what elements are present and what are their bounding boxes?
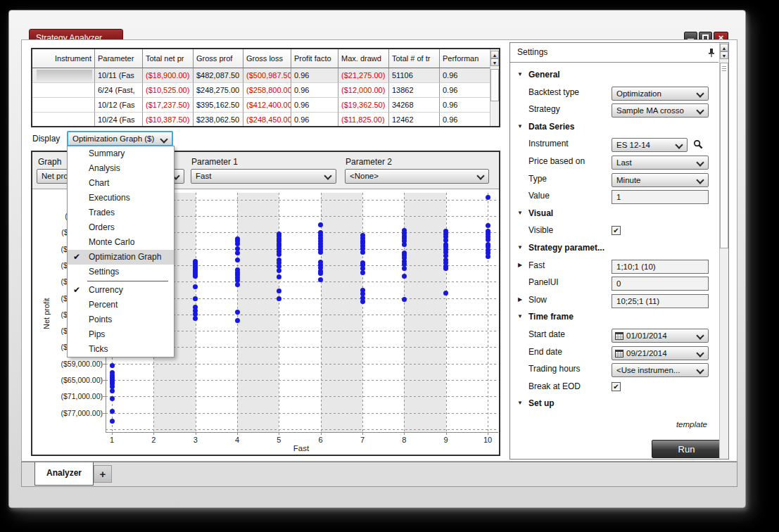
menu-item-optimization-graph[interactable]: ✔Optimization Graph (68, 250, 174, 265)
trading-hours-dropdown[interactable]: <Use instrumen... (612, 363, 709, 377)
column-header[interactable]: Total net pr (143, 49, 194, 68)
table-row[interactable]: 6/24 (Fast,($10,525.00)$248,275.00($258,… (32, 83, 492, 98)
start-date-dropdown[interactable]: 01/01/2014 (612, 329, 709, 343)
y-tick-label: ($71,000.00) (34, 391, 103, 401)
scroll-down-icon[interactable]: ▼ (490, 58, 499, 66)
chart-point (277, 274, 281, 279)
fast-input[interactable]: 1;10;1 (10) (612, 260, 709, 274)
graph-label: Graph (38, 157, 61, 167)
parameter1-dropdown[interactable]: Fast (191, 169, 336, 184)
column-header[interactable]: Instrument (32, 49, 95, 68)
display-label: Display (32, 134, 60, 144)
settings-row-strategy-paramet[interactable]: ▼Strategy paramet... (510, 241, 718, 258)
x-tick-label: 6 (310, 436, 331, 444)
menu-item-ticks[interactable]: Ticks (68, 342, 174, 357)
menu-item-settings[interactable]: Settings (68, 265, 174, 279)
menu-item-executions[interactable]: Executions (68, 191, 174, 205)
menu-item-analysis[interactable]: Analysis (68, 161, 174, 176)
break-at-eod-checkbox[interactable]: ✔ (612, 382, 621, 391)
table-cell: $395,162.50 (194, 98, 243, 113)
menu-item-pips[interactable]: Pips (68, 327, 174, 342)
settings-scrollbar[interactable]: ▲ ▼ (719, 43, 728, 459)
end-date-dropdown[interactable]: 09/21/2014 (612, 346, 709, 360)
search-icon[interactable] (693, 139, 703, 152)
column-header[interactable]: Total # of tr (389, 49, 440, 68)
settings-row-visual[interactable]: ▼Visual (510, 207, 718, 224)
table-row[interactable]: 10/24 (Fas($10,387.50)$238,062.50($248,4… (32, 113, 492, 127)
menu-item-monte-carlo[interactable]: Monte Carlo (68, 235, 174, 250)
column-header[interactable]: Parameter (95, 49, 143, 68)
settings-label: Fast (528, 260, 545, 270)
chart-point (402, 274, 407, 279)
column-header[interactable]: Max. drawd (338, 49, 389, 68)
menu-item-percent[interactable]: Percent (68, 298, 174, 312)
settings-row-visible: Visible✔ (510, 224, 718, 241)
y-tick-mark (103, 364, 106, 365)
collapse-triangle-icon[interactable]: ▼ (517, 210, 523, 216)
table-scroll-thumb[interactable] (490, 69, 499, 101)
menu-item-trades[interactable]: Trades (68, 205, 174, 220)
run-button[interactable]: Run (652, 440, 721, 458)
backtest-type-dropdown[interactable]: Optimization (612, 87, 709, 101)
column-header[interactable]: Gross loss (243, 49, 291, 68)
chart-point (318, 277, 323, 282)
settings-scroll-thumb[interactable] (720, 63, 728, 248)
collapse-triangle-icon[interactable]: ▼ (517, 400, 523, 406)
table-cell: $238,062.50 (194, 113, 243, 127)
settings-label: PanelUI (528, 277, 559, 287)
column-header[interactable]: Gross prof (194, 49, 243, 68)
scroll-up-icon[interactable]: ▲ (490, 51, 499, 58)
table-cell: ($21,275.00) (338, 68, 389, 83)
menu-item-orders[interactable]: Orders (68, 220, 174, 235)
menu-item-currency[interactable]: ✔Currency (68, 283, 174, 298)
x-tick-label: 1 (101, 436, 122, 444)
visible-checkbox[interactable]: ✔ (612, 226, 621, 235)
strategy-dropdown[interactable]: Sample MA crosso (612, 103, 709, 118)
x-tick-label: 7 (352, 436, 373, 444)
chart-point (277, 296, 281, 301)
table-cell: 12462 (389, 113, 440, 127)
menu-item-chart[interactable]: Chart (68, 176, 174, 191)
pin-icon[interactable] (708, 48, 715, 61)
scroll-down-icon[interactable]: ▼ (720, 51, 728, 59)
table-cell: ($412,400.00) (243, 98, 291, 113)
table-cell: 0.96 (291, 113, 338, 127)
chevron-down-icon (324, 172, 331, 179)
settings-row-break-at-eod: Break at EOD✔ (510, 380, 718, 397)
settings-row-data-series[interactable]: ▼Data Series (510, 120, 718, 137)
chart-point (193, 274, 198, 279)
table-cell: ($500,987.50) (243, 68, 291, 83)
display-dropdown[interactable]: Optimization Graph ($) (67, 131, 173, 146)
collapse-triangle-icon[interactable]: ▼ (517, 71, 523, 77)
menu-item-label: Orders (89, 220, 171, 235)
panelui-input[interactable]: 0 (612, 277, 709, 291)
chevron-down-icon (696, 89, 704, 97)
settings-row-time-frame[interactable]: ▼Time frame (510, 310, 718, 327)
slow-input[interactable]: 10;25;1 (11) (612, 294, 709, 308)
table-row[interactable]: 10/11 (Fas($18,900.00)$482,087.50($500,9… (32, 68, 492, 83)
value-input[interactable]: 1 (612, 190, 709, 204)
collapse-triangle-icon[interactable]: ▼ (517, 313, 523, 319)
tab-analyzer[interactable]: Analyzer (34, 462, 94, 486)
instrument-dropdown[interactable]: ES 12-14 (612, 138, 688, 152)
menu-item-summary[interactable]: Summary (68, 146, 174, 161)
parameter2-dropdown[interactable]: <None> (345, 169, 489, 184)
settings-label: Visible (528, 225, 553, 235)
template-link[interactable]: template (676, 420, 707, 429)
scroll-up-icon[interactable]: ▲ (720, 44, 728, 51)
price-based-on-dropdown[interactable]: Last (612, 156, 709, 170)
settings-row-set-up[interactable]: ▼Set up (510, 397, 718, 414)
column-header[interactable]: Performan (440, 49, 492, 68)
settings-row-general[interactable]: ▼General (510, 68, 718, 85)
chart-point (235, 258, 240, 262)
table-scrollbar[interactable]: ▲ ▼ (490, 49, 499, 126)
collapse-triangle-icon[interactable]: ▼ (517, 123, 523, 129)
type-dropdown[interactable]: Minute (612, 173, 709, 187)
expand-triangle-icon[interactable]: ▶ (518, 262, 522, 268)
column-header[interactable]: Profit facto (291, 49, 338, 68)
table-row[interactable]: 10/12 (Fas($17,237.50)$395,162.50($412,4… (32, 98, 492, 113)
menu-item-points[interactable]: Points (68, 312, 174, 327)
expand-triangle-icon[interactable]: ▶ (518, 296, 522, 303)
add-tab-button[interactable]: + (94, 465, 112, 483)
collapse-triangle-icon[interactable]: ▼ (517, 244, 523, 251)
